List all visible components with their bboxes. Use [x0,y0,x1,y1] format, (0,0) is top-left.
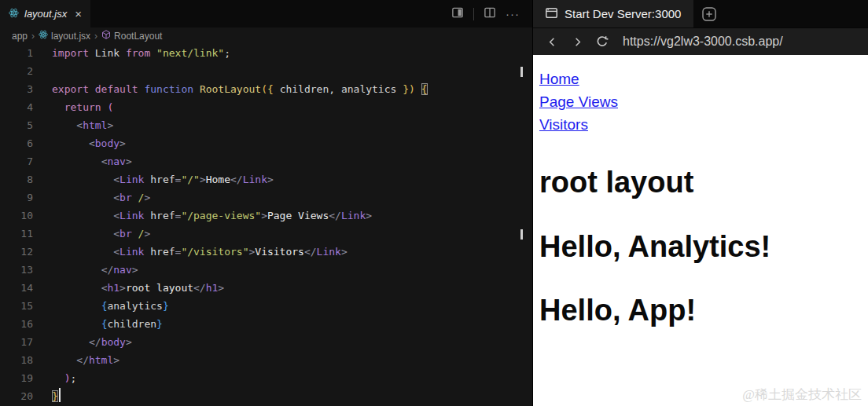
code-token: br [120,192,132,203]
editor-tab-layout-jsx[interactable]: layout.jsx × [0,0,90,27]
breadcrumb-symbol-label: RootLayout [114,31,162,42]
split-editor-icon[interactable] [484,7,495,21]
code-token: > [126,336,132,348]
code-token: { [267,83,274,95]
code-line[interactable]: 19 ); [0,369,532,387]
code-token: } [403,83,409,95]
line-number: 16 [0,315,33,333]
editor-actions: ··· [452,0,532,27]
code-token: analytics [107,300,162,312]
code-line[interactable]: 12 <Link href="/visitors">Visitors</Link… [0,243,532,261]
reload-button[interactable] [596,35,609,48]
code-token: </ [230,174,243,185]
preview-links: HomePage ViewsVisitors [539,68,862,136]
code-line[interactable]: 8 <Link href="/">Home</Link> [0,170,532,188]
code-token: > [113,354,120,366]
breadcrumb: app › layout.jsx › RootLayout [0,27,532,44]
breadcrumb-symbol[interactable]: RootLayout [101,30,162,42]
code-line[interactable]: 4 return ( [0,98,532,116]
code-token [52,155,101,167]
code-line[interactable]: 18 </html> [0,351,532,369]
code-token: ; [70,372,76,384]
browser-viewport: HomePage ViewsVisitors root layoutHello,… [533,55,868,406]
close-icon[interactable]: × [75,8,82,20]
code-token: Link [243,174,267,185]
code-line[interactable]: 3export default function RootLayout({ ch… [0,80,532,98]
preview-link-visitors[interactable]: Visitors [539,113,588,136]
code-token: body [95,137,120,149]
preview-tab-dev-server[interactable]: Start Dev Server:3000 [533,0,693,27]
code-line[interactable]: 16 {children} [0,315,532,333]
code-area[interactable]: 1import Link from "next/link";23export d… [0,44,532,406]
url-field[interactable]: https://vg2lw3-3000.csb.app/ [623,35,783,49]
code-token [52,372,64,384]
code-token: Home [206,174,230,185]
code-token [52,264,101,276]
code-token: import [52,47,89,59]
code-line[interactable]: 13 </nav> [0,261,532,279]
more-actions-icon[interactable]: ··· [506,7,520,20]
line-number: 5 [0,116,33,134]
code-line[interactable]: 6 <body> [0,134,532,152]
line-number: 6 [0,134,33,152]
code-token: html [89,354,113,366]
preview-heading: root layout [539,166,862,200]
code-line[interactable]: 10 <Link href="/page-views">Page Views</… [0,207,532,225]
code-token: root layout [126,282,193,294]
code-token: children [107,318,156,330]
code-token [52,101,64,113]
preview-link-page-views[interactable]: Page Views [539,90,618,113]
code-line[interactable]: 17 </body> [0,333,532,351]
code-line[interactable]: 20} [0,387,532,405]
code-token: < [113,210,120,221]
back-button[interactable] [546,36,558,48]
code-token: "/" [181,174,199,185]
line-number: 19 [0,369,33,387]
preview-link-home[interactable]: Home [539,68,579,90]
code-token [52,318,101,330]
forward-button[interactable] [571,36,583,48]
code-token: Link [120,210,144,221]
breadcrumb-app[interactable]: app [12,31,28,42]
preview-tab-bar: Start Dev Server:3000 [533,0,868,27]
code-line[interactable]: 15 {analytics} [0,297,532,315]
overview-ruler-mark [520,67,523,77]
code-token: href [150,246,175,258]
code-line[interactable]: 14 <h1>root layout</h1> [0,279,532,297]
code-line[interactable]: 1import Link from "next/link"; [0,44,532,62]
code-token: return [64,101,101,113]
new-tab-button[interactable] [701,6,717,22]
code-token [150,47,156,59]
toggle-panel-icon[interactable] [452,7,463,21]
code-token: </ [76,354,89,366]
line-number: 1 [0,44,33,62]
preview-heading: Hello, App! [539,294,862,328]
code-token: > [144,192,150,203]
browser-nav-bar: https://vg2lw3-3000.csb.app/ [533,27,868,55]
code-token: </ [89,336,101,348]
code-token [52,354,76,366]
code-token: Link [120,246,144,258]
code-token: > [366,210,372,221]
code-token: from [126,47,150,59]
breadcrumb-file[interactable]: layout.jsx [39,30,90,42]
code-token: Link [120,174,144,185]
code-token: "/visitors" [181,246,248,258]
code-token: </ [101,264,114,276]
code-token [132,228,138,240]
code-line[interactable]: 11 <br /> [0,225,532,243]
code-line[interactable]: 5 <html> [0,116,532,134]
code-line[interactable]: 7 <nav> [0,152,532,170]
overview-ruler-mark [520,229,523,240]
code-token: href [150,210,175,221]
line-number: 4 [0,98,33,116]
code-token [52,336,89,348]
code-line[interactable]: 2 [0,62,532,80]
code-token [193,83,200,95]
code-token: Page Views [267,210,329,221]
chevron-right-icon: › [31,31,35,42]
browser-window-icon [546,7,557,20]
code-token: > [120,282,126,294]
code-line[interactable]: 9 <br /> [0,188,532,207]
line-number: 9 [0,188,33,207]
